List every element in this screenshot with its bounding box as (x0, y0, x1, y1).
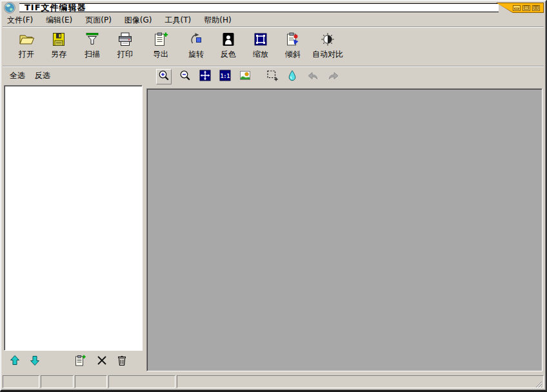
print-label: 打印 (117, 49, 133, 60)
status-panel-2 (41, 375, 74, 388)
scale-button[interactable]: 缩放 (246, 29, 275, 64)
skew-label: 倾斜 (285, 49, 301, 60)
resize-grip-icon[interactable] (534, 378, 542, 387)
auto-contrast-icon (319, 31, 336, 48)
status-panel-3 (75, 375, 107, 388)
export-label: 导出 (153, 49, 168, 60)
delete-page-button[interactable] (94, 354, 110, 369)
restore-button[interactable] (532, 5, 540, 11)
move-up-icon (8, 354, 21, 369)
maximize-button[interactable] (522, 5, 530, 11)
print-button[interactable]: 打印 (111, 29, 139, 64)
app-window: TIF文件编辑器 (0, 0, 547, 392)
fit-window-icon (199, 69, 212, 84)
redo-icon (327, 69, 340, 84)
page-panel-header: 全选 反选 (3, 67, 144, 84)
zoom-out-button[interactable] (177, 69, 193, 84)
image-canvas[interactable] (146, 88, 542, 371)
rotate-label: 旋转 (188, 49, 204, 60)
actual-size-button[interactable]: 1:1 (217, 69, 233, 84)
view-toolbar: 1:1 (145, 67, 544, 87)
actual-size-label: 1:1 (221, 74, 230, 79)
select-all-button[interactable]: 全选 (7, 69, 28, 83)
trash-icon (115, 354, 128, 369)
auto-contrast-button[interactable]: 自动对比 (307, 29, 348, 64)
open-folder-icon (18, 31, 35, 48)
invert-label: 反色 (221, 49, 236, 60)
image-view-icon (239, 69, 252, 84)
open-label: 打开 (19, 49, 34, 60)
invert-button[interactable]: 反色 (214, 29, 243, 64)
window-controls-inner (497, 3, 543, 12)
restore-icon (533, 6, 539, 10)
undo-icon (306, 69, 319, 84)
invert-selection-button[interactable]: 反选 (32, 69, 53, 83)
menu-bar: 文件(F) 编辑(E) 页面(P) 图像(G) 工具(T) 帮助(H) (3, 14, 543, 26)
scan-label: 扫描 (85, 49, 100, 60)
zoom-in-button[interactable] (156, 69, 172, 84)
actual-size-icon: 1:1 (219, 69, 232, 84)
window-title: TIF文件编辑器 (19, 2, 86, 14)
open-button[interactable]: 打开 (12, 29, 41, 64)
window-controls (496, 3, 544, 13)
menu-help[interactable]: 帮助(H) (200, 14, 235, 27)
scale-label: 缩放 (253, 49, 268, 60)
scan-icon (84, 31, 101, 48)
status-panel-4 (108, 375, 175, 388)
page-toolbar (3, 351, 144, 372)
save-as-button[interactable]: 另存 (45, 29, 73, 64)
redo-button[interactable] (326, 69, 341, 84)
move-down-icon (28, 354, 41, 369)
select-region-icon (266, 69, 279, 84)
save-floppy-icon (50, 31, 67, 48)
scan-button[interactable]: 扫描 (78, 29, 106, 64)
move-up-button[interactable] (7, 354, 23, 369)
maximize-icon (524, 6, 529, 10)
page-panel: 全选 反选 (3, 67, 144, 372)
export-button[interactable]: 导出 (146, 29, 175, 64)
main-toolbar: 打开 另存 扫描 (3, 28, 544, 65)
menu-image[interactable]: 图像(G) (121, 14, 156, 27)
minimize-icon (514, 6, 519, 10)
trash-button[interactable] (114, 354, 130, 369)
select-region-button[interactable] (264, 69, 280, 84)
invert-icon (220, 31, 237, 48)
export-icon (152, 31, 169, 48)
skew-button[interactable]: 倾斜 (279, 29, 307, 64)
menu-edit[interactable]: 编辑(E) (42, 14, 76, 27)
move-down-button[interactable] (27, 354, 43, 369)
status-bar (3, 374, 544, 388)
zoom-out-icon (179, 69, 192, 84)
rotate-button[interactable]: 旋转 (182, 29, 210, 64)
menu-tools[interactable]: 工具(T) (161, 14, 195, 27)
minimize-button[interactable] (513, 5, 521, 11)
system-menu-button[interactable] (4, 2, 15, 14)
status-panel-1 (3, 375, 39, 388)
scale-icon (252, 31, 269, 48)
menu-page[interactable]: 页面(P) (81, 14, 115, 27)
menu-file[interactable]: 文件(F) (3, 14, 37, 27)
title-bar[interactable]: TIF文件编辑器 (3, 2, 544, 14)
skew-icon (284, 31, 301, 48)
status-panel-5 (177, 375, 544, 388)
undo-button[interactable] (305, 69, 321, 84)
page-list[interactable] (4, 85, 143, 351)
delete-x-icon (95, 354, 108, 369)
rotate-icon (188, 31, 204, 48)
auto-contrast-label: 自动对比 (312, 49, 343, 60)
fit-window-button[interactable] (197, 69, 213, 84)
copy-page-icon (74, 354, 86, 369)
image-panel: 1:1 (145, 67, 544, 372)
save-as-label: 另存 (51, 49, 66, 60)
image-view-button[interactable] (237, 69, 253, 84)
copy-page-button[interactable] (72, 354, 88, 369)
zoom-in-icon (157, 69, 170, 84)
title-strip: TIF文件编辑器 (19, 3, 499, 12)
print-icon (117, 31, 134, 48)
fill-color-icon (286, 69, 299, 84)
fill-color-button[interactable] (284, 69, 300, 84)
